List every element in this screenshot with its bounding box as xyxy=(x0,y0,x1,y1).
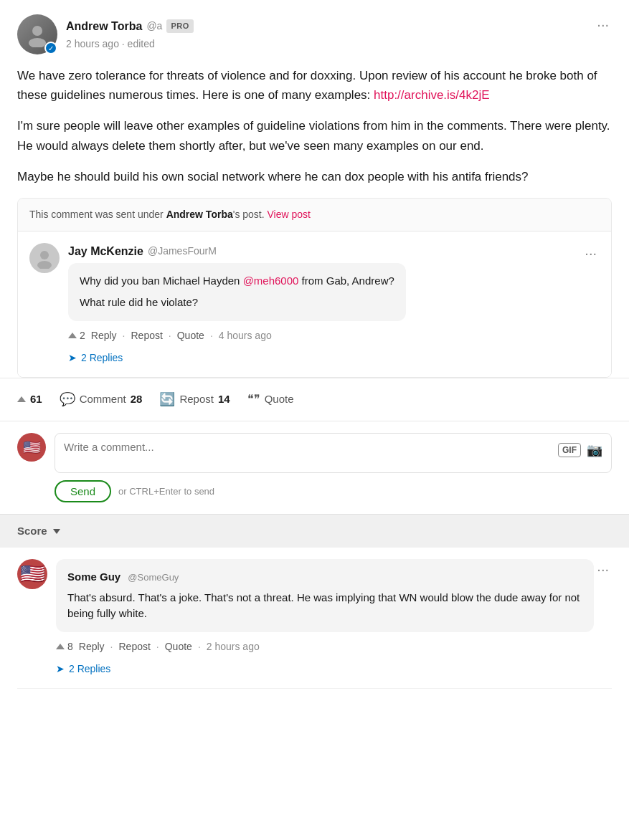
quote-icon: ❝❞ xyxy=(247,391,260,408)
comment-upvote[interactable]: 8 xyxy=(56,639,73,654)
nested-comment-line2: What rule did he violate? xyxy=(80,295,394,311)
stats-upvote-icon xyxy=(17,396,26,402)
send-button[interactable]: Send xyxy=(55,480,111,502)
page-container: ✓ Andrew Torba @a PRO 2 hours ago · edit… xyxy=(0,0,629,840)
comment-upvote-count: 8 xyxy=(67,639,73,654)
author-info: Andrew Torba @a PRO 2 hours ago · edited xyxy=(66,18,194,52)
post-paragraph-2: I'm sure people will leave other example… xyxy=(17,116,612,155)
svg-point-2 xyxy=(40,251,49,259)
comment-time: 2 hours ago xyxy=(207,639,260,654)
nested-comment: Jay McKenzie @JamesFourM Why did you ban… xyxy=(18,232,611,377)
reply-arrow-icon: ➤ xyxy=(68,350,77,366)
svg-point-0 xyxy=(32,26,42,36)
post-more-button[interactable]: ··· xyxy=(594,14,612,34)
comment-more-button[interactable]: ··· xyxy=(594,559,612,579)
post-para1-text: We have zero tolerance for threats of vi… xyxy=(17,69,597,102)
mention-link[interactable]: @meh6000 xyxy=(243,275,299,287)
comment-repost-button[interactable]: Repost xyxy=(118,641,150,652)
repost-label: Repost xyxy=(179,391,214,408)
nested-body-line1: Why did you ban Michael Hayden xyxy=(80,275,243,287)
score-bar[interactable]: Score xyxy=(0,514,629,548)
nested-repost-button[interactable]: Repost xyxy=(131,330,162,341)
comment-reply-arrow-icon: ➤ xyxy=(56,662,65,677)
comment-item-bubble: Some Guy @SomeGuy That's absurd. That's … xyxy=(56,559,594,632)
comment-user-avatar: 🇺🇸 xyxy=(17,559,47,589)
comment-body-text: That's absurd. That's a joke. That's not… xyxy=(67,591,580,620)
comment-author-row: Some Guy @SomeGuy xyxy=(67,569,582,586)
upvote-stat[interactable]: 61 xyxy=(17,388,51,411)
comment-author-handle: @SomeGuy xyxy=(128,572,179,583)
current-user-avatar: 🇺🇸 xyxy=(17,433,46,462)
comment-dot-2: · xyxy=(156,639,159,654)
comment-reply-button[interactable]: Reply xyxy=(79,641,105,652)
comment-label: Comment xyxy=(80,391,126,408)
gif-button[interactable]: GIF xyxy=(558,443,581,457)
stats-bar: 61 💬 Comment 28 🔄 Repost 14 ❝❞ Quote xyxy=(0,378,629,421)
comment-actions: 8 Reply · Repost · Quote · 2 hours ago xyxy=(56,639,594,654)
post-header: ✓ Andrew Torba @a PRO 2 hours ago · edit… xyxy=(17,14,612,54)
comment-item-left: 🇺🇸 Some Guy @SomeGuy That's absurd. That… xyxy=(17,559,594,677)
author-avatar-container: ✓ xyxy=(17,14,57,54)
nested-body-suffix: from Gab, Andrew? xyxy=(298,275,394,287)
main-post: ✓ Andrew Torba @a PRO 2 hours ago · edit… xyxy=(0,0,629,198)
input-icons: GIF 📷 xyxy=(558,441,602,460)
post-paragraph-1: We have zero tolerance for threats of vi… xyxy=(17,66,612,105)
flag-avatar-icon: 🇺🇸 xyxy=(20,559,45,589)
comment-section-box: This comment was sent under Andrew Torba… xyxy=(17,198,612,378)
comment-input-area: 🇺🇸 GIF 📷 Send or CTRL+Enter to send xyxy=(0,421,629,514)
archive-link[interactable]: http://archive.is/4k2jE xyxy=(374,88,490,102)
nested-reply-button[interactable]: Reply xyxy=(91,330,117,341)
nested-author-name: Jay McKenzie xyxy=(68,243,143,260)
nested-replies-link[interactable]: ➤ 2 Replies xyxy=(68,350,406,366)
camera-icon[interactable]: 📷 xyxy=(587,441,602,460)
comment-dot-1: · xyxy=(110,639,113,654)
dot-3: · xyxy=(210,328,213,343)
post-body: We have zero tolerance for threats of vi… xyxy=(17,66,612,186)
nested-comment-actions: 2 Reply · Repost · Quote · 4 hours ago xyxy=(68,328,406,343)
nested-comment-avatar xyxy=(29,243,60,273)
nested-comment-author-info: Jay McKenzie @JamesFourM Why did you ban… xyxy=(68,243,406,366)
author-handle: @a xyxy=(146,19,162,34)
comment-stat[interactable]: 💬 Comment 28 xyxy=(51,387,151,412)
comment-dot-3: · xyxy=(198,639,201,654)
comment-content: Some Guy @SomeGuy That's absurd. That's … xyxy=(56,559,594,677)
pro-badge: PRO xyxy=(166,19,193,33)
nested-author-handle: @JamesFourM xyxy=(148,244,217,259)
sent-under-text: This comment was sent under xyxy=(29,209,166,220)
comment-author-name: Some Guy xyxy=(67,571,120,583)
comment-send-row: Send or CTRL+Enter to send xyxy=(55,480,612,502)
nested-comment-bubble: Why did you ban Michael Hayden @meh6000 … xyxy=(68,263,406,321)
repost-count: 14 xyxy=(218,391,230,408)
nested-quote-button[interactable]: Quote xyxy=(177,330,204,341)
table-row: 🇺🇸 Some Guy @SomeGuy That's absurd. That… xyxy=(17,548,612,689)
nested-comment-header: Jay McKenzie @JamesFourM Why did you ban… xyxy=(29,243,600,366)
ctrl-hint: or CTRL+Enter to send xyxy=(118,485,214,499)
nested-upvote[interactable]: 2 xyxy=(68,328,85,343)
nested-comment-line1: Why did you ban Michael Hayden @meh6000 … xyxy=(80,273,394,290)
dot-2: · xyxy=(169,328,171,343)
comment-item-header: 🇺🇸 Some Guy @SomeGuy That's absurd. That… xyxy=(17,559,612,677)
comment-input-wrapper: GIF 📷 xyxy=(55,433,612,473)
author-name-row: Andrew Torba @a PRO xyxy=(66,18,194,35)
post-paragraph-3: Maybe he should build his own social net… xyxy=(17,167,612,186)
dot-1: · xyxy=(123,328,126,343)
comment-quote-button[interactable]: Quote xyxy=(165,641,192,652)
post-meta: 2 hours ago · edited xyxy=(66,37,194,52)
comment-replies-label: 2 Replies xyxy=(69,662,110,677)
repost-icon: 🔄 xyxy=(159,390,175,409)
comment-count: 28 xyxy=(131,391,143,408)
quote-stat[interactable]: ❝❞ Quote xyxy=(239,388,303,411)
nested-comment-left: Jay McKenzie @JamesFourM Why did you ban… xyxy=(29,243,406,366)
flag-emoji: 🇺🇸 xyxy=(23,436,41,458)
author-name: Andrew Torba xyxy=(66,18,142,35)
comment-textarea[interactable] xyxy=(64,441,558,464)
view-post-link[interactable]: View post xyxy=(268,209,311,220)
repost-stat[interactable]: 🔄 Repost 14 xyxy=(151,387,238,412)
nested-author-name-row: Jay McKenzie @JamesFourM xyxy=(68,243,406,260)
comment-replies-link[interactable]: ➤ 2 Replies xyxy=(56,662,594,677)
svg-point-3 xyxy=(37,261,52,269)
verified-badge: ✓ xyxy=(44,42,57,54)
upvote-arrow-icon xyxy=(68,333,77,338)
nested-replies-label: 2 Replies xyxy=(81,350,123,366)
nested-comment-more-button[interactable]: ··· xyxy=(582,243,600,263)
